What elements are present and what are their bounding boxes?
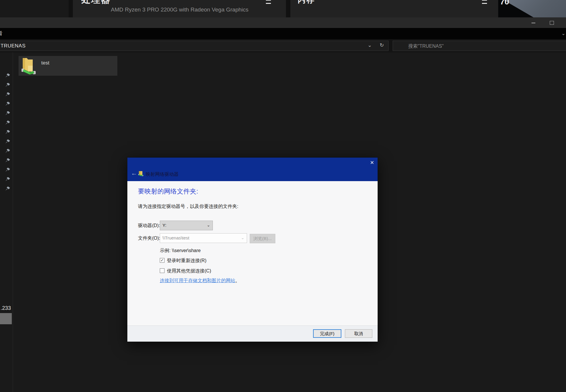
dialog-title: 映射网络驱动器 xyxy=(146,171,179,178)
sidebar-selected-item-fragment[interactable] xyxy=(0,313,12,324)
network-folder-icon xyxy=(21,57,37,75)
dialog-body: 要映射的网络文件夹: 请为连接指定驱动器号，以及你要连接的文件夹: 驱动器(D)… xyxy=(127,181,378,325)
map-drive-icon xyxy=(138,171,144,176)
drive-label: 驱动器(D): xyxy=(138,223,160,229)
ribbon-collapse-icon[interactable]: ⌄ xyxy=(562,31,565,36)
pane-divider xyxy=(69,0,73,17)
pin-icon[interactable] xyxy=(4,110,11,117)
menu-icon[interactable] xyxy=(266,0,271,4)
finish-button[interactable]: 完成(F) xyxy=(313,329,341,338)
pin-icon[interactable] xyxy=(4,72,11,79)
pin-icon[interactable] xyxy=(4,148,11,154)
wallpaper-partial-text: 70 xyxy=(500,0,509,6)
address-dropdown-icon[interactable]: ⌄ xyxy=(368,42,372,48)
search-text: 搜索"TRUENAS" xyxy=(408,43,444,49)
menu-icon[interactable] xyxy=(482,0,487,4)
maximize-button[interactable] xyxy=(547,20,556,26)
minimize-icon xyxy=(532,23,535,23)
minimize-button[interactable] xyxy=(529,20,537,26)
dialog-heading: 要映射的网络文件夹: xyxy=(138,187,198,196)
desktop-wallpaper: 70 xyxy=(498,0,566,17)
back-arrow-icon[interactable]: ← xyxy=(130,169,139,177)
credentials-label: 使用其他凭据连接(C) xyxy=(167,268,211,274)
pane-divider xyxy=(286,0,290,17)
chevron-down-icon: ⌄ xyxy=(207,223,210,227)
memory-pane: 内存 xyxy=(290,0,498,17)
memory-pane-title: 内存 xyxy=(298,0,315,5)
sidebar-item-ip-partial[interactable]: .233 xyxy=(1,305,11,311)
chevron-down-icon: ⌄ xyxy=(241,235,244,240)
pin-icon[interactable] xyxy=(4,101,11,107)
pin-icon[interactable] xyxy=(4,138,11,145)
example-text: 示例: \\server\share xyxy=(160,248,201,254)
maximize-icon xyxy=(550,21,554,25)
link-suffix: 。 xyxy=(235,278,240,283)
folder-label: 文件夹(O): xyxy=(138,235,160,242)
dialog-titlebar: ✕ ← 映射网络驱动器 xyxy=(127,158,378,181)
address-bar[interactable]: TRUENAS ⌄ ↻ xyxy=(0,41,389,51)
background-task-manager-strip: 处理器 AMD Ryzen 3 PRO 2200G with Radeon Ve… xyxy=(0,0,566,17)
cpu-pane-title: 处理器 xyxy=(81,0,111,6)
drive-selected-value: Y: xyxy=(162,223,166,228)
dialog-footer: 完成(F) 取消 xyxy=(127,325,378,342)
drive-select[interactable]: Y: ⌄ xyxy=(160,221,213,230)
file-name: test xyxy=(41,60,49,66)
connect-website-link[interactable]: 连接到可用于存储文档和图片的网站 xyxy=(160,278,235,283)
browse-button[interactable]: 浏览(B)... xyxy=(250,234,275,243)
navigation-sidebar: .233 xyxy=(0,52,13,392)
explorer-navigation-row: TRUENAS ⌄ ↻ 搜索"TRUENAS" xyxy=(0,39,566,52)
pin-icon[interactable] xyxy=(4,176,11,183)
refresh-icon[interactable]: ↻ xyxy=(380,42,384,48)
explorer-menubar: 看 ⌄ xyxy=(0,28,566,39)
file-item-test[interactable]: test xyxy=(19,56,117,76)
cpu-pane-subtitle: AMD Ryzen 3 PRO 2200G with Radeon Vega G… xyxy=(111,6,249,13)
pin-icon[interactable] xyxy=(4,129,11,135)
cancel-button[interactable]: 取消 xyxy=(345,329,372,338)
pin-icon[interactable] xyxy=(4,91,11,98)
folder-combobox[interactable]: \\Truenas\test ⌄ xyxy=(160,233,247,243)
search-box[interactable]: 搜索"TRUENAS" xyxy=(393,41,566,51)
address-path: TRUENAS xyxy=(1,43,26,49)
cpu-pane: 处理器 AMD Ryzen 3 PRO 2200G with Radeon Ve… xyxy=(73,0,286,17)
pin-icon[interactable] xyxy=(4,120,11,126)
pin-icon[interactable] xyxy=(4,157,11,164)
screen: 处理器 AMD Ryzen 3 PRO 2200G with Radeon Ve… xyxy=(0,0,566,392)
pin-icon[interactable] xyxy=(4,82,11,88)
close-icon[interactable]: ✕ xyxy=(368,159,376,166)
dialog-subtitle: 请为连接指定驱动器号，以及你要连接的文件夹: xyxy=(138,204,238,210)
map-network-drive-dialog: ✕ ← 映射网络驱动器 要映射的网络文件夹: 请为连接指定驱动器号，以及你要连接… xyxy=(127,158,378,342)
explorer-titlebar xyxy=(0,17,566,28)
folder-value: \\Truenas\test xyxy=(162,235,189,240)
pin-icon[interactable] xyxy=(4,186,11,192)
checkbox-icon[interactable]: ✓ xyxy=(160,268,164,273)
checkbox-icon[interactable]: ✓ xyxy=(160,258,164,263)
pin-icon[interactable] xyxy=(4,167,11,173)
reconnect-label: 登录时重新连接(R) xyxy=(167,258,206,264)
background-left-panel xyxy=(0,0,69,17)
menu-item-view-partial[interactable]: 看 xyxy=(0,30,2,37)
website-link-row: 连接到可用于存储文档和图片的网站。 xyxy=(160,278,240,284)
